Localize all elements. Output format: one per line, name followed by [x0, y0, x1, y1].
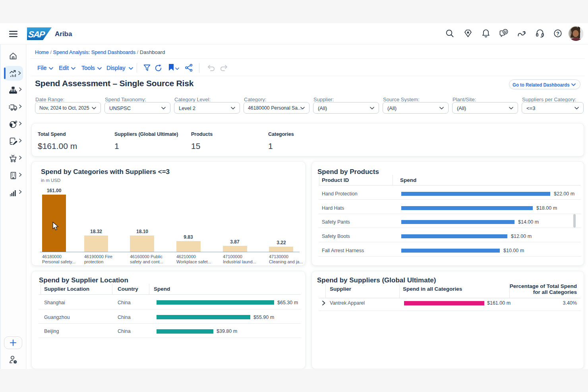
svg-text:?: ? [556, 31, 559, 37]
svg-text:SAP: SAP [28, 30, 46, 40]
